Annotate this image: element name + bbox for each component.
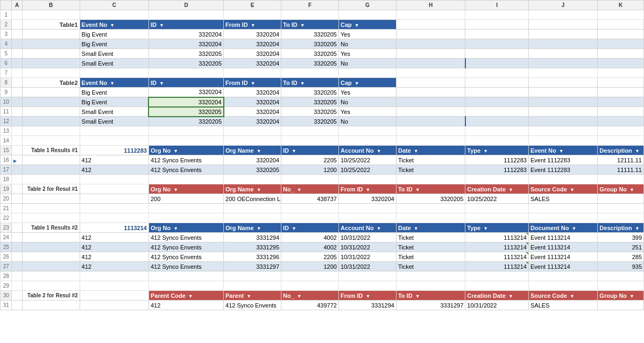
r16-e[interactable]: 3320204 — [224, 155, 281, 165]
r25-c[interactable]: 412 — [80, 242, 148, 252]
r29-f[interactable] — [281, 281, 339, 291]
r22-c[interactable] — [80, 213, 148, 223]
r28-f[interactable] — [281, 271, 339, 281]
r11-e[interactable]: 3320204 — [224, 107, 281, 117]
r22-j[interactable] — [528, 213, 597, 223]
r23-e-orgname[interactable]: Org Name ▼ — [224, 223, 281, 233]
col-h-header[interactable]: H — [396, 1, 465, 10]
r1-h[interactable] — [396, 10, 465, 20]
r4-h[interactable] — [396, 39, 465, 49]
r26-g[interactable]: 10/31/2022 — [338, 252, 396, 262]
r21-h[interactable] — [396, 204, 465, 213]
r12-j[interactable] — [528, 117, 597, 126]
r28-g[interactable] — [338, 271, 396, 281]
r17-c[interactable]: 412 — [80, 165, 148, 175]
r4-k[interactable] — [598, 39, 644, 49]
r4-f[interactable]: 3320205 — [281, 39, 339, 49]
r25-g[interactable]: 10/31/2022 — [338, 242, 396, 252]
r3-f[interactable]: 3320205 — [281, 30, 339, 39]
r9-b[interactable] — [22, 88, 80, 97]
r21-a[interactable] — [12, 204, 22, 213]
r7-d[interactable] — [148, 68, 223, 78]
r1-c[interactable] — [80, 10, 148, 20]
r2-e-header[interactable]: From ID ▼ — [224, 20, 281, 30]
r1-i[interactable] — [465, 10, 529, 20]
r21-k[interactable] — [598, 204, 644, 213]
r22-e[interactable] — [224, 213, 281, 223]
r2-c-header[interactable]: Event No ▼ — [80, 20, 148, 30]
r11-k[interactable] — [598, 107, 644, 117]
r30-f-no[interactable]: No_ ▼ — [281, 291, 339, 301]
r30-e-parent[interactable]: Parent ▼ — [224, 291, 281, 301]
r31-j[interactable]: SALES — [528, 301, 597, 310]
r3-h[interactable] — [396, 30, 465, 39]
r16-d[interactable]: 412 Synco Envents — [148, 155, 223, 165]
r24-e[interactable]: 3331294 — [224, 233, 281, 242]
r21-d[interactable] — [148, 204, 223, 213]
r21-g[interactable] — [338, 204, 396, 213]
col-g-header[interactable]: G — [338, 1, 396, 10]
r26-c[interactable]: 412 — [80, 252, 148, 262]
r7-c[interactable] — [80, 68, 148, 78]
r30-a[interactable] — [12, 291, 22, 301]
r28-e[interactable] — [224, 271, 281, 281]
r3-k[interactable] — [598, 30, 644, 39]
r27-b[interactable] — [22, 262, 80, 271]
r18-a[interactable] — [12, 175, 22, 184]
r23-k-desc[interactable]: Description ▼ — [598, 223, 644, 233]
r3-i[interactable] — [465, 30, 529, 39]
r11-b[interactable] — [22, 107, 80, 117]
r24-b[interactable] — [22, 233, 80, 242]
r26-i[interactable]: 1113214 — [465, 252, 529, 262]
r21-j[interactable] — [528, 204, 597, 213]
r18-i[interactable] — [465, 175, 529, 184]
r1-a[interactable] — [12, 10, 22, 20]
r17-k[interactable]: 11111.11 — [598, 165, 644, 175]
r15-a[interactable] — [12, 146, 22, 155]
r25-b[interactable] — [22, 242, 80, 252]
r12-a[interactable] — [12, 117, 22, 126]
r7-i[interactable] — [465, 68, 529, 78]
r8-e-header[interactable]: From ID ▼ — [224, 78, 281, 88]
r9-g[interactable]: Yes — [338, 88, 396, 97]
r28-k[interactable] — [598, 271, 644, 281]
r14-i[interactable] — [465, 136, 529, 146]
r6-e[interactable]: 3320204 — [224, 59, 281, 68]
r8-h[interactable] — [396, 78, 465, 88]
r9-k[interactable] — [598, 88, 644, 97]
r21-f[interactable] — [281, 204, 339, 213]
r23-f-id[interactable]: ID ▼ — [281, 223, 339, 233]
r19-h-toid[interactable]: To ID ▼ — [396, 184, 465, 194]
r12-h[interactable] — [396, 117, 465, 126]
r2-k[interactable] — [598, 20, 644, 30]
r15-e-orgname[interactable]: Org Name ▼ — [224, 146, 281, 155]
r12-d[interactable]: 3320205 — [148, 117, 223, 126]
r10-h[interactable] — [396, 97, 465, 107]
r26-a[interactable] — [12, 252, 22, 262]
r21-c[interactable] — [80, 204, 148, 213]
r1-k[interactable] — [598, 10, 644, 20]
r18-e[interactable] — [224, 175, 281, 184]
r5-f[interactable]: 3320205 — [281, 49, 339, 59]
r16-a[interactable]: ▶ — [12, 155, 22, 165]
r28-i[interactable] — [465, 271, 529, 281]
r2-i[interactable] — [465, 20, 529, 30]
r23-d-orgno[interactable]: Org No ▼ — [148, 223, 223, 233]
r18-j[interactable] — [528, 175, 597, 184]
r13-d[interactable] — [148, 126, 223, 136]
r13-j[interactable] — [528, 126, 597, 136]
r15-g-acctno[interactable]: Account No ▼ — [338, 146, 396, 155]
r10-b[interactable] — [22, 97, 80, 107]
r27-h[interactable]: Ticket — [396, 262, 465, 271]
col-j-header[interactable]: J — [528, 1, 597, 10]
r8-c-header[interactable]: Event No ▼ — [80, 78, 148, 88]
r3-e[interactable]: 3320204 — [224, 30, 281, 39]
r3-b[interactable] — [22, 30, 80, 39]
r4-i[interactable] — [465, 39, 529, 49]
r7-b[interactable] — [22, 68, 80, 78]
r24-k[interactable]: 399 — [598, 233, 644, 242]
r15-i-type[interactable]: Type ▼ — [465, 146, 529, 155]
r6-k[interactable] — [598, 59, 644, 68]
r25-e[interactable]: 3331295 — [224, 242, 281, 252]
r6-g[interactable]: No — [338, 59, 396, 68]
